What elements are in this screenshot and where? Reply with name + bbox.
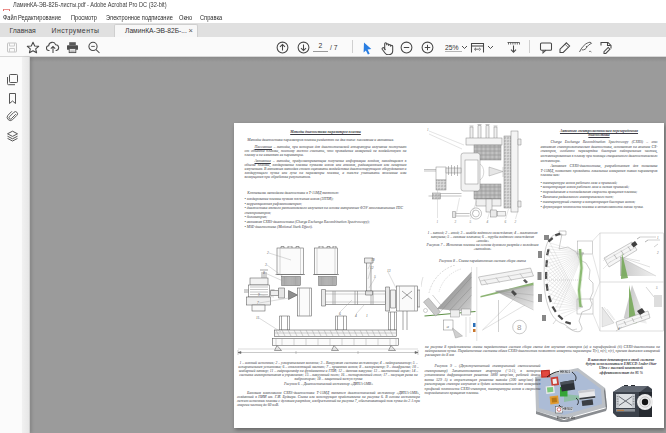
svg-text:13: 13 (387, 269, 391, 273)
svg-text:Entrance slit: Entrance slit (557, 416, 575, 420)
svg-text:4: 4 (355, 314, 357, 318)
svg-text:9: 9 (258, 293, 260, 297)
svg-text:4: 4 (486, 220, 488, 224)
svg-text:8: 8 (263, 271, 265, 275)
svg-text:3: 3 (265, 263, 267, 267)
svg-text:12: 12 (370, 266, 374, 270)
svg-text:2: 2 (514, 220, 516, 224)
svg-text:8: 8 (517, 323, 522, 332)
svg-text:6: 6 (504, 220, 506, 224)
svg-text:1: 1 (427, 128, 429, 132)
svg-text:HES01: HES01 (560, 370, 570, 374)
svg-text:2: 2 (267, 251, 269, 255)
svg-text:5: 5 (469, 220, 471, 224)
svg-text:7: 7 (257, 301, 259, 305)
svg-text:6: 6 (339, 312, 341, 316)
svg-text:3: 3 (454, 220, 456, 224)
svg-text:HES02: HES02 (562, 407, 572, 411)
svg-text:1: 1 (436, 220, 438, 224)
svg-text:10: 10 (371, 258, 375, 262)
svg-text:1: 1 (366, 314, 368, 318)
svg-text:5: 5 (374, 275, 376, 279)
svg-text:11: 11 (256, 316, 260, 320)
